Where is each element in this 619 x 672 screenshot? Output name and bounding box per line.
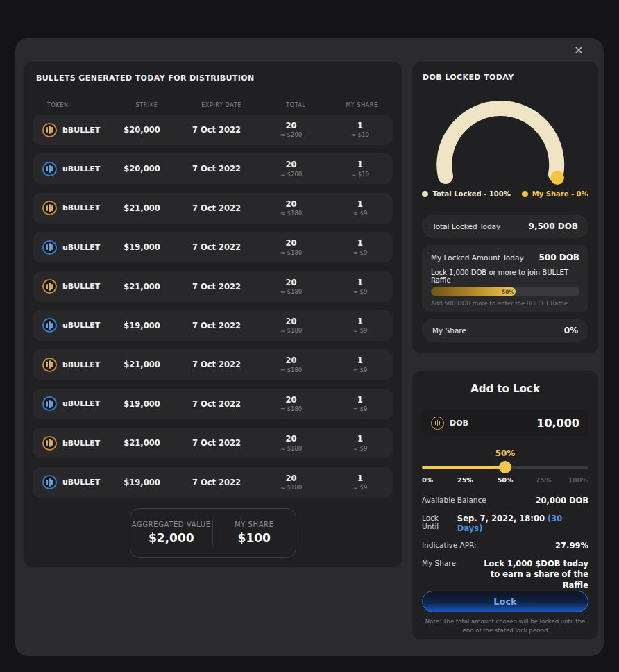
table-row: bBULLET $21,000 7 Oct 2022 20 ≈ $180 1 ≈… — [33, 271, 393, 302]
tick-100[interactable]: 100% — [568, 476, 588, 484]
raffle-progress-fill: 50% — [431, 287, 516, 296]
col-expiry: EXPIRY DATE — [183, 102, 260, 108]
tick-25[interactable]: 25% — [457, 476, 473, 484]
total-cell: 20 ≈ $180 — [255, 473, 328, 492]
legend-dot-gold-icon — [522, 191, 528, 197]
token-name: bBULLET — [62, 282, 100, 291]
strike-value: $21,000 — [105, 203, 178, 213]
bullets-panel: BULLETS GENERATED TODAY FOR DISTRIBUTION… — [23, 61, 402, 568]
slider-fill — [422, 466, 505, 469]
lock-amount-input[interactable] — [468, 417, 579, 430]
total-cell: 20 ≈ $180 — [255, 355, 328, 373]
strike-value: $20,000 — [105, 164, 178, 174]
total-usd: ≈ $180 — [255, 249, 328, 257]
lock-button[interactable]: Lock — [422, 591, 588, 612]
col-total: TOTAL — [260, 102, 332, 108]
lock-until-label: Lock Until — [422, 514, 457, 530]
aggregated-value-cell: AGGREGATED VALUE $2,000 — [130, 521, 213, 545]
col-my-share: MY SHARE — [332, 102, 391, 108]
table-row: bBULLET $21,000 7 Oct 2022 20 ≈ $180 1 ≈… — [33, 193, 393, 224]
share-cell: 1 ≈ $9 — [328, 434, 393, 452]
dob-locked-panel: DOB LOCKED TODAY Total Locked - 100% My … — [412, 61, 599, 354]
my-share-detail-label: My Share — [422, 559, 456, 567]
my-share-row-label: My Share — [432, 326, 466, 335]
expiry-date: 7 Oct 2022 — [178, 282, 255, 292]
available-balance-value: 20,000 DOB — [536, 496, 588, 505]
share-usd: ≈ $10 — [328, 131, 393, 139]
legend-total-locked-label: Total Locked - 100% — [432, 190, 510, 198]
share-count: 1 — [328, 160, 393, 169]
share-usd: ≈ $9 — [328, 210, 393, 217]
lock-percentage-slider[interactable] — [422, 466, 588, 469]
token-cell: uBULLET — [33, 162, 105, 176]
lock-note: Note: The total amount chosen will be lo… — [425, 617, 586, 635]
expiry-date: 7 Oct 2022 — [178, 125, 255, 135]
token-cell: uBULLET — [33, 396, 105, 411]
token-name: uBULLET — [62, 478, 100, 487]
expiry-date: 7 Oct 2022 — [178, 321, 255, 330]
my-share-detail-value: Lock 1,000 $DOB today to earn a share of… — [477, 559, 588, 591]
table-row: uBULLET $19,000 7 Oct 2022 20 ≈ $180 1 ≈… — [33, 310, 393, 341]
raffle-progress-note: Add 500 DOB more to enter the BULLET Raf… — [431, 300, 579, 307]
my-share-cell: MY SHARE $100 — [212, 521, 296, 545]
legend-my-share-label: My Share - 0% — [532, 190, 588, 198]
gauge-total-arc — [444, 108, 557, 176]
total-count: 20 — [255, 238, 328, 248]
close-icon[interactable]: ✕ — [572, 44, 586, 58]
share-count: 1 — [328, 199, 393, 209]
add-to-lock-title: Add to Lock — [412, 383, 598, 395]
lock-details: Available Balance 20,000 DOB Lock Until … — [422, 496, 588, 599]
tick-50[interactable]: 50% — [498, 476, 514, 484]
share-usd: ≈ $9 — [328, 249, 393, 257]
share-count: 1 — [328, 278, 393, 287]
share-cell: 1 ≈ $10 — [328, 121, 393, 139]
tick-75[interactable]: 75% — [536, 476, 552, 484]
strike-value: $19,000 — [105, 478, 178, 487]
total-cell: 20 ≈ $180 — [255, 199, 328, 217]
locked-gauge-chart — [412, 81, 600, 187]
strike-value: $20,000 — [105, 125, 178, 135]
share-usd: ≈ $9 — [328, 367, 393, 374]
token-cell: uBULLET — [33, 318, 105, 333]
gauge-my-share-dot — [550, 171, 564, 185]
token-icon — [42, 279, 57, 294]
available-balance-row: Available Balance 20,000 DOB — [422, 496, 588, 505]
share-count: 1 — [328, 473, 393, 483]
token-cell: bBULLET — [33, 123, 105, 137]
share-count: 1 — [328, 355, 393, 365]
share-count: 1 — [328, 121, 393, 131]
share-count: 1 — [328, 395, 393, 405]
slider-thumb[interactable] — [499, 461, 511, 473]
aggregated-summary: AGGREGATED VALUE $2,000 MY SHARE $100 — [130, 508, 296, 558]
total-usd: ≈ $180 — [255, 288, 328, 296]
token-icon — [42, 201, 57, 215]
token-cell: bBULLET — [33, 279, 105, 294]
strike-value: $19,000 — [105, 399, 178, 409]
table-row: bBULLET $21,000 7 Oct 2022 20 ≈ $180 1 ≈… — [33, 349, 393, 380]
token-cell: uBULLET — [33, 475, 105, 489]
my-locked-amount-card: My Locked Amount Today 500 DOB Lock 1,00… — [422, 245, 588, 312]
token-cell: bBULLET — [33, 436, 105, 451]
total-usd: ≈ $180 — [255, 405, 328, 413]
share-cell: 1 ≈ $9 — [328, 199, 393, 217]
legend-dot-cream-icon — [422, 191, 428, 197]
share-cell: 1 ≈ $9 — [328, 278, 393, 296]
share-usd: ≈ $9 — [328, 288, 393, 296]
col-strike: STRIKE — [110, 102, 183, 108]
total-count: 20 — [255, 278, 328, 287]
total-usd: ≈ $200 — [255, 171, 328, 178]
my-share-detail-row: My Share Lock 1,000 $DOB today to earn a… — [422, 559, 588, 591]
share-cell: 1 ≈ $9 — [328, 395, 393, 413]
share-cell: 1 ≈ $9 — [328, 355, 393, 373]
slider-ticks: 0% 25% 50% 75% 100% — [422, 476, 588, 485]
share-usd: ≈ $9 — [328, 445, 393, 453]
lock-amount-field[interactable]: DOB — [422, 410, 588, 436]
my-share-value: $100 — [238, 531, 271, 545]
total-cell: 20 ≈ $200 — [255, 160, 328, 178]
bullets-table: bBULLET $20,000 7 Oct 2022 20 ≈ $200 1 ≈… — [33, 115, 393, 498]
total-cell: 20 ≈ $180 — [255, 395, 328, 413]
bullets-panel-title: BULLETS GENERATED TODAY FOR DISTRIBUTION — [36, 74, 402, 83]
tick-0[interactable]: 0% — [422, 476, 433, 484]
strike-value: $21,000 — [105, 360, 178, 369]
table-header: TOKEN STRIKE EXPIRY DATE TOTAL MY SHARE — [34, 102, 391, 108]
